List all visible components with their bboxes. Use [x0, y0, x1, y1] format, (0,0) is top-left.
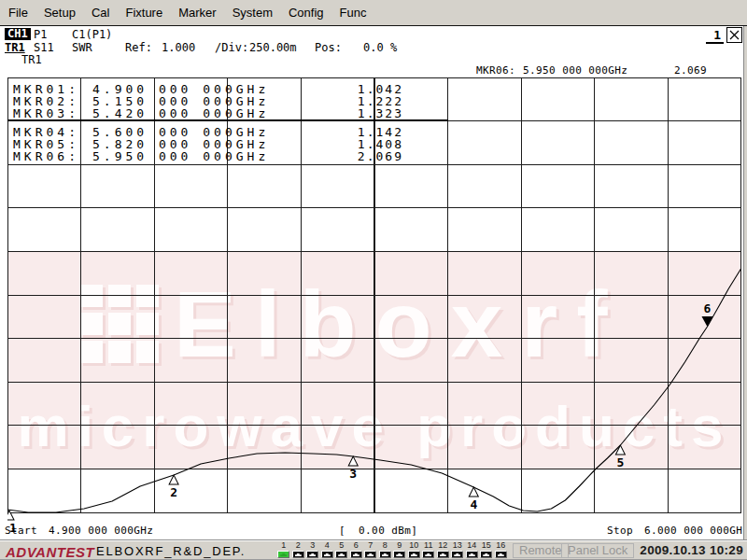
active-marker-freq: 5.950 000 000GHz: [523, 65, 627, 77]
channel-badge[interactable]: CH1: [5, 28, 31, 40]
channel-led-off: [480, 551, 492, 558]
channel-led-off: [306, 551, 318, 558]
channel-led-off: [321, 551, 333, 558]
stop-value: 6.000 000 000GHz: [644, 525, 747, 537]
channel-led-off: [335, 551, 347, 558]
marker-6[interactable]: 6: [701, 301, 712, 327]
channel-indicator-15[interactable]: 15: [479, 541, 494, 558]
window-right-edge: [743, 26, 747, 539]
panel-lock-button[interactable]: Panel Lock: [561, 543, 634, 558]
channel-indicators: 1 2 3 4 5 6 7 8 9 10 11 12 13 14 15 16: [276, 541, 508, 558]
channel-indicator-9[interactable]: 9: [392, 541, 407, 558]
menu-item-system[interactable]: System: [233, 6, 273, 20]
channel-led-off: [379, 551, 391, 558]
marker-label: MKR06:: [13, 149, 79, 163]
channel-number: 6: [349, 541, 364, 550]
remote-button[interactable]: Remote: [513, 543, 569, 558]
sub-trace-label: TR1: [21, 54, 42, 66]
marker-label: MKR03:: [13, 106, 79, 120]
instrument-title: ELBOXRF_R&D_DEP.: [96, 544, 246, 558]
svg-text:4: 4: [470, 497, 477, 511]
ref-label: Ref:: [125, 42, 152, 54]
active-marker-label: MKR06:: [476, 65, 515, 77]
channel-led-off: [292, 551, 304, 558]
channel-number: 13: [450, 541, 465, 550]
channel-indicator-6[interactable]: 6: [349, 541, 364, 558]
menu-item-file[interactable]: File: [8, 6, 28, 20]
channel-indicator-2[interactable]: 2: [291, 541, 306, 558]
menu-item-marker[interactable]: Marker: [178, 6, 216, 20]
close-icon: [729, 30, 740, 40]
menu-item-fixture[interactable]: Fixture: [125, 6, 162, 20]
div-label: /Div:: [215, 42, 248, 54]
marker-table-divider: [7, 119, 448, 121]
channel-indicator-16[interactable]: 16: [494, 541, 509, 558]
channel-indicator-11[interactable]: 11: [421, 541, 436, 558]
menu-item-setup[interactable]: Setup: [44, 6, 76, 20]
ref-value: 1.000: [162, 42, 195, 54]
channel-led-off: [364, 551, 376, 558]
marker-table-row: MKR01: 4.900 000 000GHz 1.042: [0, 82, 448, 94]
channel-indicator-7[interactable]: 7: [363, 541, 378, 558]
channel-indicator-3[interactable]: 3: [305, 541, 320, 558]
channel-number: 9: [392, 541, 407, 550]
channel-indicator-5[interactable]: 5: [334, 541, 349, 558]
channel-indicator-13[interactable]: 13: [450, 541, 465, 558]
channel-number: 5: [334, 541, 349, 550]
marker-freq: 5.950 000 000GHz: [92, 149, 269, 163]
div-value: 250.00m: [249, 42, 297, 54]
marker-value: 1.323: [325, 106, 403, 120]
channel-led-off: [350, 551, 362, 558]
channel-led-off: [451, 551, 463, 558]
channel-led-on: [277, 551, 289, 558]
marker-2[interactable]: 2: [169, 475, 178, 499]
channel-indicator-8[interactable]: 8: [378, 541, 393, 558]
channel-indicator-4[interactable]: 4: [320, 541, 335, 558]
channel-number: 16: [494, 541, 509, 550]
channel-indicator-12[interactable]: 12: [436, 541, 451, 558]
channel-led-off: [495, 551, 507, 558]
svg-text:5: 5: [617, 455, 625, 469]
status-bar: ADVANTEST ELBOXRF_R&D_DEP. 1 2 3 4 5 6 7…: [0, 539, 747, 560]
channel-led-off: [393, 551, 405, 558]
menu-item-func[interactable]: Func: [340, 6, 367, 20]
close-button[interactable]: [726, 27, 742, 43]
channel-number: 4: [320, 541, 335, 550]
datetime: 2009.10.13 10:29: [640, 543, 743, 557]
cal-label: C1(P1): [72, 29, 112, 41]
channel-number: 2: [291, 541, 306, 550]
format-label: SWR: [72, 42, 92, 54]
marker-table-row: MKR04: 5.600 000 000GHz 1.142: [0, 125, 448, 137]
svg-text:6: 6: [704, 301, 712, 315]
channel-number: 3: [305, 541, 320, 550]
channel-number: 10: [407, 541, 422, 550]
menu-item-config[interactable]: Config: [289, 6, 324, 20]
marker-table-row: MKR06: 5.950 000 000GHz 2.069: [0, 149, 448, 161]
marker-3[interactable]: 3: [348, 456, 358, 481]
port-label: P1: [34, 29, 47, 41]
channel-led-off: [437, 551, 449, 558]
channel-indicator-14[interactable]: 14: [465, 541, 480, 558]
marker-table-row: MKR03: 5.420 000 000GHz 1.323: [0, 106, 448, 119]
channel-indicator-1[interactable]: 1: [276, 541, 291, 558]
marker-4[interactable]: 4: [469, 487, 478, 511]
pos-value: 0.0 %: [363, 42, 397, 54]
start-label: Start: [5, 525, 37, 537]
channel-number: 7: [363, 541, 378, 550]
start-value: 4.900 000 000GHz: [49, 525, 153, 537]
pos-label: Pos:: [315, 42, 342, 54]
channel-number: 12: [436, 541, 451, 550]
marker-freq: 5.420 000 000GHz: [92, 106, 269, 120]
channel-led-off: [422, 551, 434, 558]
channel-led-off: [408, 551, 420, 558]
channel-number: 15: [479, 541, 494, 550]
channel-indicator-10[interactable]: 10: [407, 541, 422, 558]
channel-number: 8: [378, 541, 393, 550]
menu-item-cal[interactable]: Cal: [92, 6, 110, 20]
marker-table-row: MKR05: 5.820 000 000GHz 1.408: [0, 137, 448, 149]
advantest-logo: ADVANTEST: [6, 544, 94, 560]
menu-bar: File Setup Cal Fixture Marker System Con…: [0, 0, 747, 26]
marker-table-row: MKR02: 5.150 000 000GHz 1.222: [0, 94, 448, 106]
channel-number: 14: [465, 541, 480, 550]
trace-number[interactable]: 1: [706, 28, 724, 44]
